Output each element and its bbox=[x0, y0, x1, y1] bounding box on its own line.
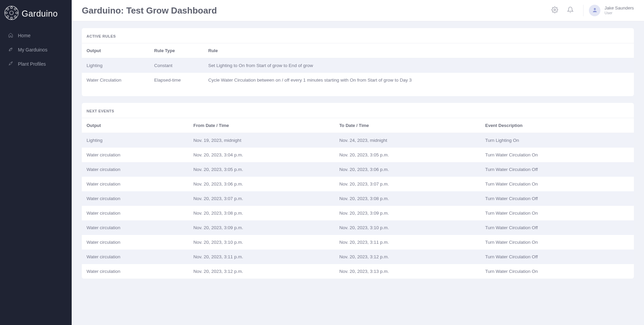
logo[interactable]: Garduino bbox=[0, 3, 72, 28]
table-cell: Water circulation bbox=[82, 235, 189, 250]
table-row: Water circulationNov. 20, 2023, 3:12 p.m… bbox=[82, 264, 634, 279]
table-row: Water circulationNov. 20, 2023, 3:10 p.m… bbox=[82, 235, 634, 250]
svg-point-7 bbox=[14, 8, 16, 10]
table-cell: Turn Water Circulation On bbox=[480, 206, 634, 220]
user-icon bbox=[592, 7, 598, 14]
table-cell: Nov. 20, 2023, 3:06 p.m. bbox=[189, 177, 335, 191]
column-header: Output bbox=[82, 118, 189, 133]
sidebar: Garduino Home My Garduinos Plant Profile… bbox=[0, 0, 72, 325]
user-name: Jake Saunders bbox=[604, 5, 634, 11]
active-rules-card: ACTIVE RULES OutputRule TypeRule Lightin… bbox=[82, 28, 634, 96]
table-cell: Nov. 20, 2023, 3:10 p.m. bbox=[335, 220, 481, 235]
logo-icon bbox=[4, 5, 19, 22]
svg-point-3 bbox=[10, 17, 13, 19]
table-cell: Nov. 20, 2023, 3:07 p.m. bbox=[189, 191, 335, 206]
topbar: Garduino: Test Grow Dashboard Jake Saund… bbox=[72, 0, 644, 21]
table-cell: Nov. 20, 2023, 3:05 p.m. bbox=[335, 148, 481, 162]
svg-point-4 bbox=[5, 12, 7, 14]
column-header: Rule Type bbox=[149, 43, 204, 58]
user-menu[interactable]: Jake Saunders User bbox=[583, 5, 634, 16]
table-row: Water circulationNov. 20, 2023, 3:09 p.m… bbox=[82, 220, 634, 235]
svg-point-1 bbox=[10, 11, 14, 15]
table-cell: Water circulation bbox=[82, 220, 189, 235]
logo-text: Garduino bbox=[22, 9, 58, 19]
table-cell: Lighting bbox=[82, 58, 149, 73]
table-row: Water circulationNov. 20, 2023, 3:08 p.m… bbox=[82, 206, 634, 220]
table-cell: Water circulation bbox=[82, 191, 189, 206]
table-cell: Turn Water Circulation Off bbox=[480, 250, 634, 264]
table-cell: Turn Water Circulation Off bbox=[480, 220, 634, 235]
table-cell: Cycle Water Circulation between on / off… bbox=[204, 73, 634, 96]
table-cell: Turn Water Circulation Off bbox=[480, 191, 634, 206]
table-cell: Nov. 24, 2023, midnight bbox=[335, 133, 481, 148]
column-header: To Date / Time bbox=[335, 118, 481, 133]
card-header: NEXT EVENTS bbox=[82, 103, 634, 118]
table-row: LightingConstantSet Lighting to On from … bbox=[82, 58, 634, 73]
table-cell: Water circulation bbox=[82, 148, 189, 162]
sidebar-item-label: Home bbox=[18, 33, 30, 38]
tools-icon bbox=[8, 61, 13, 67]
table-cell: Water circulation bbox=[82, 177, 189, 191]
rules-table: OutputRule TypeRule LightingConstantSet … bbox=[82, 43, 634, 96]
column-header: Event Description bbox=[480, 118, 634, 133]
svg-point-8 bbox=[7, 16, 9, 18]
main-content: Garduino: Test Grow Dashboard Jake Saund… bbox=[72, 0, 644, 325]
table-cell: Water circulation bbox=[82, 206, 189, 220]
svg-point-5 bbox=[16, 12, 18, 14]
table-cell: Nov. 20, 2023, 3:05 p.m. bbox=[189, 162, 335, 177]
events-table: OutputFrom Date / TimeTo Date / TimeEven… bbox=[82, 118, 634, 279]
table-cell: Turn Water Circulation Off bbox=[480, 162, 634, 177]
svg-point-0 bbox=[5, 6, 18, 20]
table-cell: Nov. 20, 2023, 3:11 p.m. bbox=[335, 235, 481, 250]
table-row: LightingNov. 19, 2023, midnightNov. 24, … bbox=[82, 133, 634, 148]
table-cell: Nov. 20, 2023, 3:10 p.m. bbox=[189, 235, 335, 250]
home-icon bbox=[8, 32, 13, 39]
table-cell: Nov. 20, 2023, 3:12 p.m. bbox=[189, 264, 335, 279]
sidebar-item-home[interactable]: Home bbox=[0, 28, 72, 43]
table-cell: Turn Water Circulation On bbox=[480, 177, 634, 191]
table-cell: Nov. 19, 2023, midnight bbox=[189, 133, 335, 148]
svg-point-11 bbox=[594, 8, 596, 10]
column-header: Output bbox=[82, 43, 149, 58]
user-role: User bbox=[604, 11, 634, 16]
column-header: From Date / Time bbox=[189, 118, 335, 133]
table-cell: Water Circulation bbox=[82, 73, 149, 96]
table-cell: Water circulation bbox=[82, 162, 189, 177]
table-cell: Nov. 20, 2023, 3:08 p.m. bbox=[189, 206, 335, 220]
sidebar-item-my-garduinos[interactable]: My Garduinos bbox=[0, 43, 72, 57]
table-row: Water circulationNov. 20, 2023, 3:06 p.m… bbox=[82, 177, 634, 191]
svg-point-2 bbox=[10, 7, 13, 9]
next-events-card: NEXT EVENTS OutputFrom Date / TimeTo Dat… bbox=[82, 103, 634, 279]
table-cell: Constant bbox=[149, 58, 204, 73]
table-cell: Water circulation bbox=[82, 250, 189, 264]
table-cell: Elapsed-time bbox=[149, 73, 204, 96]
table-cell: Lighting bbox=[82, 133, 189, 148]
table-cell: Turn Water Circulation On bbox=[480, 264, 634, 279]
sidebar-item-label: Plant Profiles bbox=[18, 61, 46, 67]
sidebar-item-plant-profiles[interactable]: Plant Profiles bbox=[0, 57, 72, 71]
table-cell: Nov. 20, 2023, 3:09 p.m. bbox=[189, 220, 335, 235]
column-header: Rule bbox=[204, 43, 634, 58]
table-cell: Nov. 20, 2023, 3:04 p.m. bbox=[189, 148, 335, 162]
table-row: Water circulationNov. 20, 2023, 3:04 p.m… bbox=[82, 148, 634, 162]
leaf-icon bbox=[8, 47, 13, 53]
table-cell: Nov. 20, 2023, 3:06 p.m. bbox=[335, 162, 481, 177]
table-cell: Turn Lighting On bbox=[480, 133, 634, 148]
card-header: ACTIVE RULES bbox=[82, 28, 634, 43]
avatar bbox=[589, 5, 600, 16]
bell-icon[interactable] bbox=[567, 6, 574, 15]
svg-point-6 bbox=[7, 8, 9, 10]
table-cell: Set Lighting to On from Start of grow to… bbox=[204, 58, 634, 73]
table-cell: Nov. 20, 2023, 3:08 p.m. bbox=[335, 191, 481, 206]
table-cell: Nov. 20, 2023, 3:07 p.m. bbox=[335, 177, 481, 191]
table-cell: Turn Water Circulation On bbox=[480, 235, 634, 250]
table-row: Water circulationNov. 20, 2023, 3:05 p.m… bbox=[82, 162, 634, 177]
table-cell: Water circulation bbox=[82, 264, 189, 279]
table-row: Water CirculationElapsed-timeCycle Water… bbox=[82, 73, 634, 96]
table-cell: Nov. 20, 2023, 3:13 p.m. bbox=[335, 264, 481, 279]
table-cell: Turn Water Circulation On bbox=[480, 148, 634, 162]
table-row: Water circulationNov. 20, 2023, 3:07 p.m… bbox=[82, 191, 634, 206]
settings-icon[interactable] bbox=[551, 6, 558, 15]
table-cell: Nov. 20, 2023, 3:09 p.m. bbox=[335, 206, 481, 220]
svg-point-10 bbox=[554, 9, 556, 11]
